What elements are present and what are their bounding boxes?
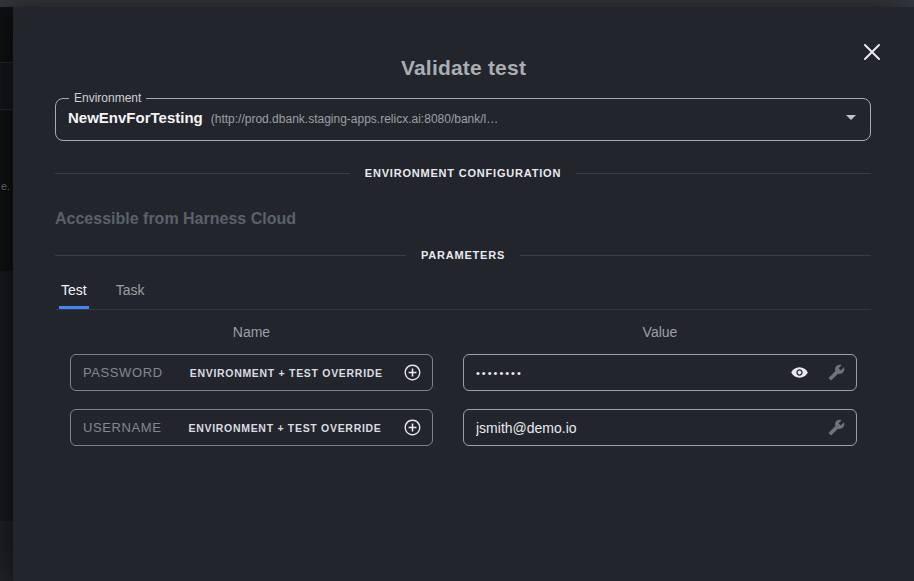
divider-line — [55, 173, 350, 174]
add-override-button[interactable] — [403, 363, 422, 382]
tab-test[interactable]: Test — [59, 282, 89, 309]
param-value-cell-username — [463, 409, 857, 446]
password-value-input[interactable] — [476, 367, 790, 379]
environment-select[interactable]: Environment NewEnvForTesting (http://pro… — [55, 91, 871, 141]
parameters-table-header: Name Value — [70, 324, 871, 340]
app-top-bar — [0, 0, 914, 7]
parameters-tabs: Test Task — [55, 282, 871, 310]
add-override-button[interactable] — [403, 418, 422, 437]
configure-password-button[interactable] — [828, 364, 845, 381]
plus-circle-icon — [403, 418, 422, 437]
param-name-label: USERNAME — [83, 420, 161, 435]
chevron-down-icon — [846, 115, 856, 120]
environment-selected-option[interactable]: NewEnvForTesting (http://prod.dbank.stag… — [68, 109, 856, 126]
column-header-value: Value — [463, 324, 857, 340]
environment-configuration-divider: ENVIRONMENT CONFIGURATION — [55, 167, 871, 179]
divider-line — [520, 255, 871, 256]
reveal-password-button[interactable] — [790, 363, 809, 382]
environment-name: NewEnvForTesting — [68, 109, 203, 126]
divider-line — [576, 173, 871, 174]
param-name-cell-password: PASSWORD ENVIRONMENT + TEST OVERRIDE — [70, 354, 433, 391]
background-app-section — [0, 271, 13, 521]
param-name-label: PASSWORD — [83, 365, 163, 380]
background-app-section — [0, 7, 13, 63]
close-button[interactable] — [858, 38, 886, 66]
validate-test-modal: Validate test Environment NewEnvForTesti… — [13, 7, 914, 581]
override-badge: ENVIRONMENT + TEST OVERRIDE — [190, 367, 383, 379]
eye-icon — [790, 363, 809, 382]
page-title: Validate test — [13, 56, 914, 80]
background-app-section — [0, 64, 13, 110]
divider-line — [55, 255, 406, 256]
environment-label: Environment — [69, 91, 146, 105]
wrench-icon — [828, 364, 845, 381]
close-icon — [863, 43, 881, 61]
background-clipped-text: e. — [1, 180, 10, 192]
tab-task[interactable]: Task — [114, 282, 147, 309]
accessible-from-label: Accessible from Harness Cloud — [55, 210, 871, 228]
column-header-name: Name — [70, 324, 433, 340]
wrench-icon — [828, 419, 845, 436]
configure-username-button[interactable] — [828, 419, 845, 436]
param-value-cell-password — [463, 354, 857, 391]
parameters-caption: PARAMETERS — [421, 249, 505, 261]
environment-configuration-caption: ENVIRONMENT CONFIGURATION — [365, 167, 561, 179]
environment-url: (http://prod.dbank.staging-apps.relicx.a… — [211, 112, 499, 126]
override-badge: ENVIRONMENT + TEST OVERRIDE — [188, 422, 381, 434]
parameters-table: PASSWORD ENVIRONMENT + TEST OVERRIDE — [70, 354, 871, 446]
username-value-input[interactable] — [476, 420, 828, 436]
background-app-strip: e. — [0, 7, 13, 581]
param-name-cell-username: USERNAME ENVIRONMENT + TEST OVERRIDE — [70, 409, 433, 446]
plus-circle-icon — [403, 363, 422, 382]
background-app-section — [0, 521, 13, 581]
parameters-divider: PARAMETERS — [55, 249, 871, 261]
